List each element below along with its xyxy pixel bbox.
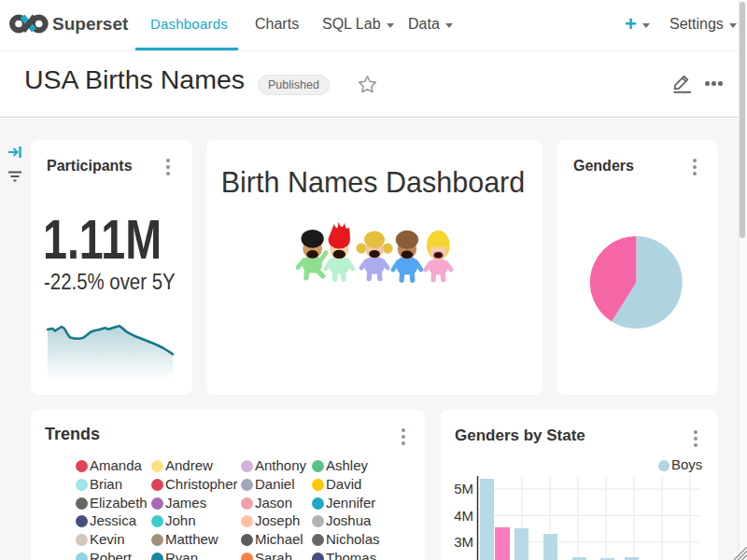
svg-text:3M: 3M	[454, 534, 473, 550]
svg-text:5M: 5M	[454, 481, 473, 497]
svg-text:4M: 4M	[454, 508, 473, 524]
